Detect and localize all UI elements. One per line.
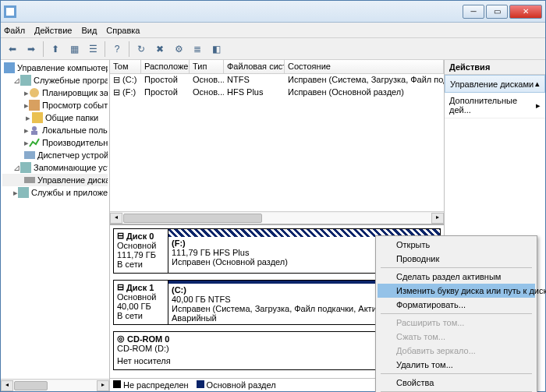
chevron-right-icon: ▸ xyxy=(536,101,541,111)
svg-rect-12 xyxy=(18,187,29,198)
menubar: Файл Действие Вид Справка xyxy=(1,23,545,38)
tree-scrollbar[interactable]: ◂▸ xyxy=(1,379,109,391)
tree-scheduler[interactable]: ▸Планировщик заданий xyxy=(2,87,108,99)
menu-action[interactable]: Действие xyxy=(34,26,72,35)
svg-rect-10 xyxy=(20,162,31,173)
svg-rect-6 xyxy=(32,112,43,123)
actions-diskmgmt[interactable]: Управление дисками▴ xyxy=(445,75,545,93)
tree-shared[interactable]: ▸Общие папки xyxy=(2,111,108,124)
titlebar[interactable]: ─ ▭ ✕ xyxy=(1,1,545,23)
extra-button[interactable]: ◧ xyxy=(207,41,225,58)
svg-point-7 xyxy=(32,126,37,131)
col-state[interactable]: Состояние xyxy=(285,60,444,73)
volume-list: ⊟ (C:) Простой Основ... NTFS Исправен (С… xyxy=(110,74,444,224)
svg-rect-5 xyxy=(29,100,40,111)
close-button[interactable]: ✕ xyxy=(509,5,542,19)
ctx-explorer[interactable]: Проводник xyxy=(378,252,535,266)
ctx-format[interactable]: Форматировать... xyxy=(378,298,535,312)
menu-view[interactable]: Вид xyxy=(81,26,97,35)
tree-devmgr[interactable]: Диспетчер устройств xyxy=(2,149,108,161)
ctx-active[interactable]: Сделать раздел активным xyxy=(378,270,535,284)
back-button[interactable]: ⬅ xyxy=(4,41,21,58)
col-volume[interactable]: Том xyxy=(110,60,141,73)
list-item[interactable]: ⊟ (F:) Простой Основ... HFS Plus Исправе… xyxy=(110,87,444,99)
drive-icon: ⊟ xyxy=(113,87,120,97)
svg-point-4 xyxy=(30,88,39,97)
volume-list-header: Том Расположе... Тип Файловая сист... Со… xyxy=(110,60,444,74)
tree-storage[interactable]: ⊿Запоминающие устройст xyxy=(2,161,108,174)
ctx-shrink: Сжать том... xyxy=(378,330,535,344)
tree-events[interactable]: ▸Просмотр событий xyxy=(2,99,108,111)
svg-rect-8 xyxy=(31,131,37,135)
disk-meta[interactable]: ⊟Диск 0 Основной 111,79 ГБ В сети xyxy=(114,229,168,273)
ctx-delete[interactable]: Удалить том... xyxy=(378,358,535,372)
list-button[interactable]: ≣ xyxy=(189,41,206,58)
nav-tree: Управление компьютером (л ⊿Служебные про… xyxy=(1,60,110,391)
settings-button[interactable]: ⚙ xyxy=(170,41,187,58)
toolbar: ⬅ ➡ ⬆ ▦ ☰ ? ↻ ✖ ⚙ ≣ ◧ xyxy=(1,38,545,60)
menu-help[interactable]: Справка xyxy=(106,26,140,35)
col-type[interactable]: Тип xyxy=(190,60,224,73)
tree-perf[interactable]: ▸Производительность xyxy=(2,136,108,149)
ctx-mirror: Добавить зеркало... xyxy=(378,344,535,358)
tree-system-tools[interactable]: ⊿Служебные программы xyxy=(2,74,108,87)
maximize-button[interactable]: ▭ xyxy=(486,5,508,19)
disk-meta[interactable]: ⊟Диск 1 Основной 40,00 ГБ В сети xyxy=(114,281,168,324)
show-hide-tree-button[interactable]: ▦ xyxy=(66,41,83,58)
help-button[interactable]: ? xyxy=(108,41,126,58)
tree-root[interactable]: Управление компьютером (л xyxy=(2,62,108,74)
tree-services[interactable]: ▸Службы и приложения xyxy=(2,186,108,199)
disk-icon: ⊟ xyxy=(117,231,124,241)
drive-icon: ⊟ xyxy=(113,75,120,84)
delete-button[interactable]: ✖ xyxy=(151,41,168,58)
forward-button[interactable]: ➡ xyxy=(23,41,40,58)
ctx-props[interactable]: Свойства xyxy=(378,376,535,390)
col-layout[interactable]: Расположе... xyxy=(141,60,190,73)
list-scrollbar[interactable]: ◂▸ xyxy=(110,211,444,224)
svg-rect-3 xyxy=(20,75,31,86)
svg-rect-1 xyxy=(6,8,14,16)
ctx-extend: Расширить том... xyxy=(378,316,535,330)
disk-icon: ⊟ xyxy=(117,282,124,292)
tree-diskmgmt[interactable]: Управление дисками xyxy=(2,174,108,186)
chevron-up-icon: ▴ xyxy=(535,79,540,89)
ctx-open[interactable]: Открыть xyxy=(378,238,535,252)
col-fs[interactable]: Файловая сист... xyxy=(224,60,285,73)
list-item[interactable]: ⊟ (C:) Простой Основ... NTFS Исправен (С… xyxy=(110,74,444,87)
app-icon xyxy=(4,5,16,18)
svg-rect-9 xyxy=(24,151,35,159)
context-menu: Открыть Проводник Сделать раздел активны… xyxy=(375,235,537,392)
actions-more[interactable]: Дополнительные дей...▸ xyxy=(445,93,545,118)
tree-users[interactable]: ▸Локальные пользовате xyxy=(2,124,108,136)
properties-button[interactable]: ☰ xyxy=(84,41,101,58)
menu-file[interactable]: Файл xyxy=(4,26,25,35)
ctx-change-letter[interactable]: Изменить букву диска или путь к диску... xyxy=(378,284,535,298)
svg-rect-2 xyxy=(4,62,15,73)
svg-rect-11 xyxy=(24,177,35,183)
minimize-button[interactable]: ─ xyxy=(463,5,484,19)
up-button[interactable]: ⬆ xyxy=(47,41,64,58)
actions-header: Действия xyxy=(445,60,545,75)
cdrom-icon: ◎ xyxy=(117,334,125,344)
refresh-button[interactable]: ↻ xyxy=(133,41,150,58)
